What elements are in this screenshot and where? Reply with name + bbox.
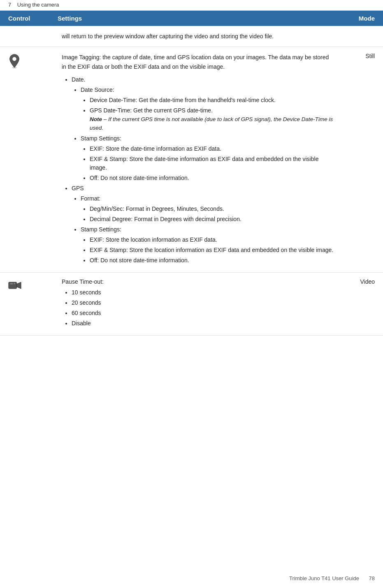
stamp-settings-gps-children: EXIF: Store the location information as … <box>81 236 334 265</box>
svg-point-5 <box>14 283 15 285</box>
list-item-disable: Disable <box>72 319 334 328</box>
list-item-20sec: 20 seconds <box>72 299 334 307</box>
guide-title: Trimble Juno T41 User Guide <box>289 575 359 581</box>
note-bold-label: Note <box>90 116 102 122</box>
exif-gps-text: EXIF: Store the location information as … <box>90 236 217 243</box>
list-item-gps: GPS Format: Deg/Min/Sec: Format in Degre… <box>72 184 334 265</box>
list-item-10sec: 10 seconds <box>72 288 334 297</box>
device-datetime-text: Device Date-Time: Get the date-time from… <box>90 97 276 103</box>
list-item-deg-min-sec: Deg/Min/Sec: Format in Degrees, Minutes,… <box>90 205 334 213</box>
decimal-degree-text: Decimal Degree: Format in Degrees with d… <box>90 216 241 222</box>
date-source-label: Date Source: <box>81 86 114 93</box>
date-children: Date Source: Device Date-Time: Get the d… <box>72 86 334 182</box>
format-children: Deg/Min/Sec: Format in Degrees, Minutes,… <box>81 205 334 224</box>
list-item-exif-stamp-date: EXIF & Stamp: Store the date-time inform… <box>90 155 334 172</box>
header-control: Control <box>0 15 53 22</box>
header-settings: Settings <box>53 15 342 22</box>
chapter-title: Using the camera <box>17 2 59 8</box>
table-header: Control Settings Mode <box>0 11 383 26</box>
svg-rect-4 <box>10 283 13 284</box>
format-label: Format: <box>81 195 100 202</box>
list-item-exif-date: EXIF: Store the date-time information as… <box>90 145 334 153</box>
mode-cell-empty <box>334 32 375 41</box>
list-item-format: Format: Deg/Min/Sec: Format in Degrees, … <box>81 194 334 224</box>
video-settings-content: Pause Time-out: 10 seconds 20 seconds 60… <box>62 278 334 329</box>
mode-cell-video: Video <box>334 278 375 329</box>
list-item-60sec: 60 seconds <box>72 309 334 317</box>
continuation-row: will return to the preview window after … <box>0 26 383 47</box>
list-item-date: Date. Date Source: Device Date-Time: Get… <box>72 75 334 182</box>
exif-stamp-date-text: EXIF & Stamp: Store the date-time inform… <box>90 156 318 171</box>
video-intro-text: Pause Time-out: <box>62 278 334 285</box>
list-item-exif-gps: EXIF: Store the location information as … <box>90 236 334 244</box>
date-label: Date. <box>72 76 85 83</box>
gps-label: GPS <box>72 185 84 191</box>
date-source-children: Device Date-Time: Get the date-time from… <box>81 96 334 133</box>
list-item-stamp-settings-date: Stamp Settings: EXIF: Store the date-tim… <box>81 134 334 182</box>
list-item-off-date: Off: Do not store date-time information. <box>90 174 334 182</box>
disable-text: Disable <box>72 320 91 327</box>
20sec-text: 20 seconds <box>72 299 101 306</box>
still-settings-content: Image Tagging: the capture of date, time… <box>62 53 334 266</box>
header-mode: Mode <box>342 15 383 22</box>
gps-children: Format: Deg/Min/Sec: Format in Degrees, … <box>72 194 334 265</box>
list-item-decimal-degree: Decimal Degree: Format in Degrees with d… <box>90 215 334 224</box>
exif-date-text: EXIF: Store the date-time information as… <box>90 145 221 152</box>
stamp-settings-date-label: Stamp Settings: <box>81 135 121 142</box>
still-mode-label: Still <box>365 53 375 59</box>
list-item-stamp-settings-gps: Stamp Settings: EXIF: Store the location… <box>81 225 334 265</box>
still-intro-text: Image Tagging: the capture of date, time… <box>62 53 334 71</box>
svg-rect-2 <box>9 282 17 289</box>
svg-point-1 <box>12 57 16 61</box>
control-cell-empty <box>8 32 62 41</box>
continuation-text: will return to the preview window after … <box>62 32 334 41</box>
note-dash: – <box>104 116 108 122</box>
still-items-list: Date. Date Source: Device Date-Time: Get… <box>62 75 334 265</box>
note-italic-text: If the current GPS time is not available… <box>90 116 333 131</box>
off-gps-text: Off: Do not store date-time information. <box>90 257 189 264</box>
60sec-text: 60 seconds <box>72 310 101 316</box>
stamp-settings-gps-label: Stamp Settings: <box>81 226 121 233</box>
still-row: Image Tagging: the capture of date, time… <box>0 47 383 272</box>
video-row: Pause Time-out: 10 seconds 20 seconds 60… <box>0 273 383 336</box>
list-item-off-gps: Off: Do not store date-time information. <box>90 256 334 265</box>
page-footer: Trimble Juno T41 User Guide 78 <box>281 575 375 581</box>
gps-note: Note – If the current GPS time is not av… <box>90 116 333 131</box>
list-item-date-source: Date Source: Device Date-Time: Get the d… <box>81 86 334 133</box>
gps-datetime-text: GPS Date-Time: Get the current GPS date-… <box>90 107 213 114</box>
stamp-settings-date-children: EXIF: Store the date-time information as… <box>81 145 334 182</box>
list-item-gps-datetime: GPS Date-Time: Get the current GPS date-… <box>90 106 334 133</box>
chapter-number: 7 <box>8 2 11 8</box>
control-cell-still <box>8 53 62 266</box>
control-cell-video <box>8 278 62 329</box>
location-pin-icon <box>8 54 21 68</box>
breadcrumb: 7 Using the camera <box>0 0 383 11</box>
list-item-device-datetime: Device Date-Time: Get the date-time from… <box>90 96 334 105</box>
pause-timeout-label: Pause Time-out: <box>62 278 104 285</box>
exif-stamp-gps-text: EXIF & Stamp: Store the location informa… <box>90 247 333 253</box>
10sec-text: 10 seconds <box>72 289 101 296</box>
list-item-exif-stamp-gps: EXIF & Stamp: Store the location informa… <box>90 246 334 254</box>
video-camera-icon <box>8 280 21 292</box>
video-mode-label: Video <box>360 278 375 285</box>
off-date-text: Off: Do not store date-time information. <box>90 175 189 181</box>
page-number: 78 <box>369 575 375 581</box>
deg-min-sec-text: Deg/Min/Sec: Format in Degrees, Minutes,… <box>90 205 224 212</box>
video-items-list: 10 seconds 20 seconds 60 seconds Disable <box>62 288 334 328</box>
svg-marker-3 <box>16 282 21 289</box>
mode-cell-still: Still <box>334 53 375 266</box>
